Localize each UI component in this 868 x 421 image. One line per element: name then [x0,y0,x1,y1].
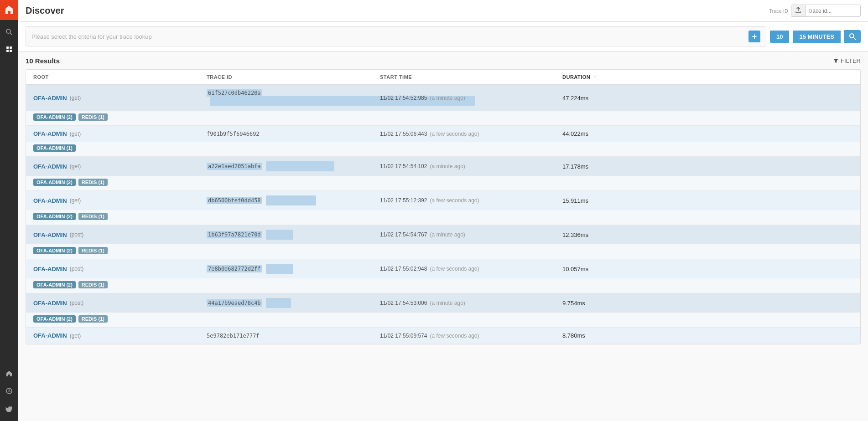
root-cell: OFA-ADMIN(get) [33,95,207,102]
start-time-cell: 11/02 17:55:09:574(a few seconds ago) [380,333,562,339]
start-time-value: 11/02 17:54:54:767 [380,231,427,238]
root-method: (get) [70,95,81,101]
tag-badge[interactable]: OFA-ADMIN (2) [33,179,76,186]
search-button[interactable] [844,30,861,43]
table-row[interactable]: OFA-ADMIN(post)44a17b9eaed78c4b11/02 17:… [26,293,860,313]
sidebar-icon-github[interactable] [0,383,18,399]
trace-bar [266,195,316,205]
trace-row-group: OFA-ADMIN(get)5e9782eb171e777f11/02 17:5… [26,328,860,344]
trace-id-label: Trace ID [769,8,788,14]
duration-cell: 10.057ms [562,266,853,272]
root-cell: OFA-ADMIN(get) [33,197,207,204]
root-cell: OFA-ADMIN(get) [33,130,207,137]
tag-badge[interactable]: OFA-ADMIN (2) [33,281,76,288]
start-time-cell: 11/02 17:55:02:948(a few seconds ago) [380,266,562,272]
tag-badge[interactable]: REDIS (1) [78,315,108,323]
trace-row-tags: OFA-ADMIN (2)REDIS (1) [26,278,860,293]
table-row[interactable]: OFA-ADMIN(get)5e9782eb171e777f11/02 17:5… [26,328,860,344]
duration-cell: 44.022ms [562,130,853,137]
tag-badge[interactable]: OFA-ADMIN (2) [33,247,76,254]
table-row[interactable]: OFA-ADMIN(post)1b63f97a7821e70d11/02 17:… [26,225,860,244]
root-name: OFA-ADMIN [33,163,67,170]
start-time-cell: 11/02 17:54:52:985(a minute ago) [380,95,562,101]
tag-badge[interactable]: OFA-ADMIN (2) [33,213,76,220]
duration-cell: 47.224ms [562,95,853,102]
tag-badge[interactable]: OFA-ADMIN (2) [33,113,76,121]
col-duration[interactable]: DURATION ↑ [562,74,853,80]
trace-id-cell: db6500bfef0dd458 [207,195,380,205]
col-trace-id: TRACE ID [207,74,380,80]
sidebar-icon-search[interactable] [0,24,18,40]
tag-badge[interactable]: OFA-ADMIN (1) [33,144,76,152]
root-name: OFA-ADMIN [33,95,67,102]
trace-table: ROOT TRACE ID START TIME DURATION ↑ OFA-… [26,69,861,344]
root-name: OFA-ADMIN [33,332,67,339]
sidebar-bottom [0,365,18,421]
trace-row-group: OFA-ADMIN(post)44a17b9eaed78c4b11/02 17:… [26,293,860,328]
sidebar-icon-home[interactable] [0,365,18,382]
start-time-ago: (a minute ago) [430,231,465,238]
table-row[interactable]: OFA-ADMIN(get)61f527c0db46220a11/02 17:5… [26,85,860,111]
root-name: OFA-ADMIN [33,300,67,307]
start-time-value: 11/02 17:55:09:574 [380,333,427,339]
table-row[interactable]: OFA-ADMIN(get)db6500bfef0dd45811/02 17:5… [26,191,860,210]
root-method: (get) [70,163,81,169]
tag-badge[interactable]: REDIS (1) [78,113,108,121]
trace-row-group: OFA-ADMIN(post)7e8b0d682772d2ff11/02 17:… [26,259,860,293]
duration-cell: 8.780ms [562,332,853,339]
start-time-ago: (a few seconds ago) [430,131,479,137]
table-body: OFA-ADMIN(get)61f527c0db46220a11/02 17:5… [26,85,860,344]
trace-row-group: OFA-ADMIN(get)a22e1aed2051abfa11/02 17:5… [26,157,860,191]
trace-bar [266,264,293,274]
search-criteria-field[interactable]: Please select the criteria for your trac… [26,26,766,46]
search-time-badge[interactable]: 10 [770,31,789,43]
trace-id-section: Trace ID [769,5,861,17]
trace-id-value: 5e9782eb171e777f [207,333,260,339]
duration-cell: 9.754ms [562,300,853,307]
sidebar-icon-twitter[interactable] [0,400,18,416]
sidebar-icon-layers[interactable] [0,41,18,57]
search-bar: Please select the criteria for your trac… [18,22,868,51]
root-name: OFA-ADMIN [33,231,67,238]
results-count: 10 Results [26,57,60,65]
trace-id-value: 61f527c0db46220a [207,89,262,97]
svg-rect-2 [6,46,9,49]
root-name: OFA-ADMIN [33,197,67,204]
start-time-value: 11/02 17:55:02:948 [380,266,427,272]
results-area: 10 Results FILTER ROOT TRACE ID START TI… [18,51,868,421]
search-add-button[interactable]: + [748,31,760,42]
table-row[interactable]: OFA-ADMIN(get)a22e1aed2051abfa11/02 17:5… [26,157,860,176]
trace-id-input[interactable] [806,6,860,16]
start-time-value: 11/02 17:55:06:443 [380,131,427,137]
trace-id-value: f901b9f5f6946692 [207,131,260,137]
root-cell: OFA-ADMIN(post) [33,231,207,238]
trace-id-cell: 1b63f97a7821e70d [207,230,380,240]
root-method: (post) [70,300,84,306]
svg-line-9 [853,37,856,40]
tag-badge[interactable]: REDIS (1) [78,179,108,186]
trace-row-tags: OFA-ADMIN (2)REDIS (1) [26,176,860,190]
svg-line-1 [10,33,12,35]
app-logo[interactable] [0,0,18,20]
tag-badge[interactable]: OFA-ADMIN (2) [33,315,76,323]
trace-id-cell: 7e8b0d682772d2ff [207,264,380,274]
start-time-ago: (a few seconds ago) [430,266,479,272]
table-row[interactable]: OFA-ADMIN(get)f901b9f5f694669211/02 17:5… [26,126,860,142]
search-duration-badge[interactable]: 15 MINUTES [793,31,841,43]
trace-id-cell: f901b9f5f6946692 [207,131,380,137]
start-time-cell: 11/02 17:54:54:767(a minute ago) [380,231,562,238]
trace-row-group: OFA-ADMIN(get)f901b9f5f694669211/02 17:5… [26,126,860,157]
tag-badge[interactable]: REDIS (1) [78,213,108,220]
trace-id-value: db6500bfef0dd458 [207,197,262,204]
trace-id-upload-btn[interactable] [791,5,806,16]
tag-badge[interactable]: REDIS (1) [78,247,108,254]
start-time-ago: (a minute ago) [430,163,465,169]
root-cell: OFA-ADMIN(post) [33,266,207,272]
table-row[interactable]: OFA-ADMIN(post)7e8b0d682772d2ff11/02 17:… [26,259,860,278]
start-time-value: 11/02 17:55:12:392 [380,197,427,204]
trace-id-cell: 61f527c0db46220a [207,90,380,106]
tag-badge[interactable]: REDIS (1) [78,281,108,288]
search-criteria-text: Please select the criteria for your trac… [31,33,745,40]
filter-button[interactable]: FILTER [833,57,861,64]
trace-id-input-wrapper [791,5,861,17]
